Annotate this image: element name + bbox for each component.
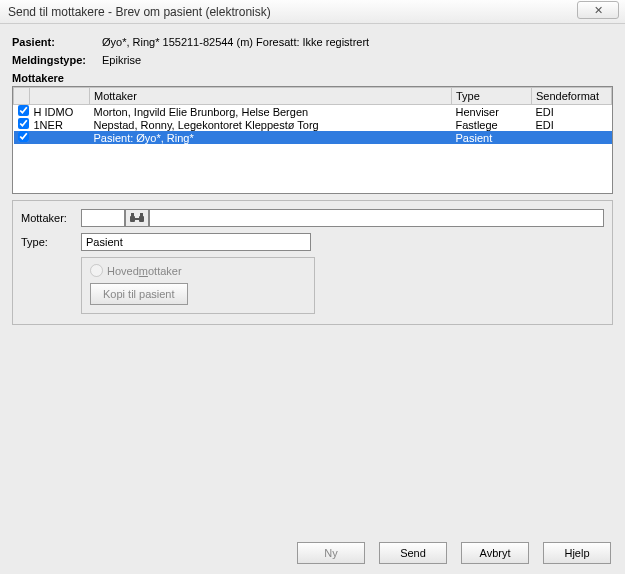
row-name: Nepstad, Ronny, Legekontoret Kleppestø T…: [90, 118, 452, 131]
row-checkbox[interactable]: [18, 105, 29, 116]
patient-row: Pasient: Øyo*, Ring* 155211-82544 (m) Fo…: [12, 36, 613, 48]
row-name: Pasient: Øyo*, Ring*: [90, 131, 452, 144]
col-header-code[interactable]: [30, 88, 90, 105]
row-type: Henviser: [452, 105, 532, 119]
title-bar: Send til mottakere - Brev om pasient (el…: [0, 0, 625, 24]
svg-rect-1: [139, 216, 144, 222]
type-input[interactable]: [81, 233, 311, 251]
table-row[interactable]: Pasient: Øyo*, Ring*Pasient: [14, 131, 612, 144]
hovedmottaker-radio: Hovedmottaker: [90, 264, 306, 277]
patient-label: Pasient:: [12, 36, 102, 48]
row-type: Fastlege: [452, 118, 532, 131]
mottaker-code-input[interactable]: [81, 209, 125, 227]
row-code: 1NER: [30, 118, 90, 131]
row-type: Pasient: [452, 131, 532, 144]
patient-value: Øyo*, Ring* 155211-82544 (m) Foresatt: I…: [102, 36, 369, 48]
dialog-footer: Ny Send Avbryt Hjelp: [297, 542, 611, 564]
col-header-checkbox[interactable]: [14, 88, 30, 105]
hjelp-button[interactable]: Hjelp: [543, 542, 611, 564]
avbryt-button[interactable]: Avbryt: [461, 542, 529, 564]
table-row[interactable]: H IDMOMorton, Ingvild Elie Brunborg, Hel…: [14, 105, 612, 119]
recipient-edit-panel: Mottaker: Type: Hovedmottaker: [12, 200, 613, 325]
kopi-til-pasient-button: Kopi til pasient: [90, 283, 188, 305]
row-name: Morton, Ingvild Elie Brunborg, Helse Ber…: [90, 105, 452, 119]
search-button[interactable]: [125, 209, 149, 227]
type-row: Type:: [21, 233, 604, 251]
svg-rect-3: [131, 213, 134, 216]
svg-rect-4: [140, 213, 143, 216]
close-icon: ✕: [594, 4, 603, 17]
type-label: Type:: [21, 236, 81, 248]
recipients-table: Mottaker Type Sendeformat H IDMOMorton, …: [13, 87, 612, 144]
svg-rect-0: [130, 216, 135, 222]
row-code: [30, 131, 90, 144]
row-code: H IDMO: [30, 105, 90, 119]
recipients-legend: Mottakere: [12, 72, 613, 86]
row-checkbox-cell[interactable]: [14, 118, 30, 131]
row-format: EDI: [532, 118, 612, 131]
row-checkbox[interactable]: [18, 118, 29, 129]
row-format: [532, 131, 612, 144]
msgtype-label: Meldingstype:: [12, 54, 102, 66]
options-panel: Hovedmottaker Kopi til pasient: [81, 257, 315, 314]
ny-button: Ny: [297, 542, 365, 564]
mottaker-row: Mottaker:: [21, 209, 604, 227]
col-header-format[interactable]: Sendeformat: [532, 88, 612, 105]
row-format: EDI: [532, 105, 612, 119]
mottaker-label: Mottaker:: [21, 212, 81, 224]
msgtype-row: Meldingstype: Epikrise: [12, 54, 613, 66]
col-header-type[interactable]: Type: [452, 88, 532, 105]
window-title: Send til mottakere - Brev om pasient (el…: [8, 5, 271, 19]
recipients-group: Mottakere Mottaker Type Sendeformat H ID…: [12, 72, 613, 194]
binoculars-icon: [130, 212, 144, 224]
row-checkbox[interactable]: [18, 131, 29, 142]
mottaker-name-input[interactable]: [149, 209, 604, 227]
table-header-row: Mottaker Type Sendeformat: [14, 88, 612, 105]
col-header-name[interactable]: Mottaker: [90, 88, 452, 105]
close-button[interactable]: ✕: [577, 1, 619, 19]
hovedmottaker-radio-label: Hovedmottaker: [107, 265, 182, 277]
row-checkbox-cell[interactable]: [14, 131, 30, 144]
send-button[interactable]: Send: [379, 542, 447, 564]
msgtype-value: Epikrise: [102, 54, 141, 66]
table-row[interactable]: 1NERNepstad, Ronny, Legekontoret Kleppes…: [14, 118, 612, 131]
hovedmottaker-radio-input: [90, 264, 103, 277]
row-checkbox-cell[interactable]: [14, 105, 30, 119]
recipients-table-wrap: Mottaker Type Sendeformat H IDMOMorton, …: [12, 86, 613, 194]
svg-rect-2: [135, 218, 139, 220]
